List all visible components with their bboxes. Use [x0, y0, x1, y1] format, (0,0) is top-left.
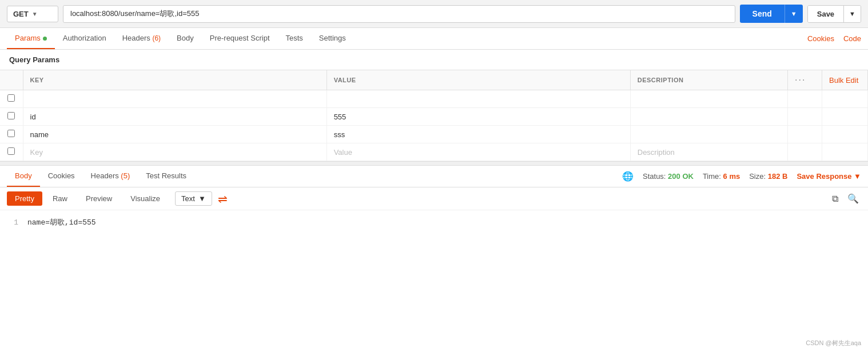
row-key[interactable] [23, 90, 327, 108]
text-format-label: Text [181, 194, 195, 203]
time-value: 6 ms [723, 172, 740, 181]
fmt-tab-preview[interactable]: Preview [78, 191, 120, 206]
row-description[interactable] [630, 126, 787, 143]
text-format-chevron: ▼ [198, 194, 206, 203]
tab-authorization[interactable]: Authorization [55, 28, 114, 49]
row-key[interactable]: id [23, 108, 327, 126]
url-input[interactable] [63, 5, 735, 23]
line-number: 1 [7, 217, 18, 229]
status-label: Status: 200 OK [643, 172, 694, 181]
table-row: name sss [0, 126, 868, 143]
col-check [0, 70, 23, 90]
fmt-tab-raw[interactable]: Raw [45, 191, 75, 206]
bulk-edit-button[interactable]: Bulk Edit [829, 76, 858, 85]
response-tabs-bar: Body Cookies Headers (5) Test Results 🌐 … [0, 166, 868, 187]
tab-tests[interactable]: Tests [278, 28, 311, 49]
row-key-placeholder[interactable]: Key [23, 143, 327, 161]
save-button[interactable]: Save [808, 6, 843, 22]
row-value[interactable]: sss [327, 126, 630, 143]
col-value: VALUE [327, 70, 630, 90]
method-chevron: ▼ [32, 11, 38, 17]
resp-tab-cookies[interactable]: Cookies [40, 166, 83, 187]
tab-authorization-label: Authorization [63, 34, 106, 42]
col-bulk: Bulk Edit [822, 70, 868, 90]
query-params-label: Query Params [0, 50, 868, 70]
tab-settings-label: Settings [319, 34, 346, 42]
col-key: KEY [23, 70, 327, 90]
tab-prerequest[interactable]: Pre-request Script [202, 28, 278, 49]
more-options-button[interactable]: ··· [795, 75, 806, 85]
status-value: 200 OK [668, 172, 694, 181]
top-bar: GET ▼ Send ▼ Save ▼ [0, 0, 868, 28]
params-table: KEY VALUE DESCRIPTION ··· Bulk Edit id 5… [0, 70, 868, 161]
table-row: id 555 [0, 108, 868, 126]
row-value[interactable] [327, 90, 630, 108]
tab-right-links: Cookies Code [807, 34, 861, 43]
tab-tests-label: Tests [286, 34, 303, 42]
request-tabs: Params Authorization Headers (6) Body Pr… [0, 28, 868, 50]
table-row: Key Value Description [0, 143, 868, 161]
cookies-link[interactable]: Cookies [807, 34, 834, 43]
row-checkbox[interactable] [7, 94, 15, 102]
row-checkbox[interactable] [7, 147, 15, 155]
send-button-group: Send ▼ [740, 5, 803, 23]
method-label: GET [13, 10, 29, 18]
code-area: 1 name=胡歌,id=555 [0, 210, 868, 236]
params-dot [43, 37, 47, 41]
tab-body-label: Body [177, 34, 194, 42]
tab-settings[interactable]: Settings [311, 28, 354, 49]
fmt-tab-pretty[interactable]: Pretty [7, 191, 42, 206]
globe-icon: 🌐 [622, 171, 634, 182]
row-key[interactable]: name [23, 126, 327, 143]
tab-headers-label: Headers (6) [122, 34, 161, 42]
method-select[interactable]: GET ▼ [7, 6, 58, 22]
resp-tab-headers[interactable]: Headers (5) [83, 166, 138, 187]
copy-button[interactable]: ⧉ [830, 191, 841, 206]
text-format-select[interactable]: Text ▼ [175, 191, 212, 206]
response-meta: 🌐 Status: 200 OK Time: 6 ms Size: 182 B … [622, 171, 861, 182]
row-description[interactable] [630, 90, 787, 108]
tab-params[interactable]: Params [7, 28, 55, 49]
send-dropdown-button[interactable]: ▼ [785, 5, 803, 23]
col-more: ··· [788, 70, 822, 90]
save-dropdown-button[interactable]: ▼ [843, 6, 861, 22]
col-description: DESCRIPTION [630, 70, 787, 90]
time-label: Time: 6 ms [703, 172, 740, 181]
code-link[interactable]: Code [843, 34, 861, 43]
send-button[interactable]: Send [740, 5, 785, 23]
table-row [0, 90, 868, 108]
format-right-icons: ⧉ 🔍 [830, 191, 861, 206]
tab-body[interactable]: Body [169, 28, 202, 49]
row-description[interactable] [630, 108, 787, 126]
row-value[interactable]: 555 [327, 108, 630, 126]
tab-params-label: Params [15, 34, 41, 42]
size-label: Size: 182 B [749, 172, 787, 181]
response-section: Body Cookies Headers (5) Test Results 🌐 … [0, 166, 868, 236]
resp-tab-body[interactable]: Body [7, 166, 40, 187]
resp-tab-testresults[interactable]: Test Results [138, 166, 194, 187]
tab-headers[interactable]: Headers (6) [114, 28, 169, 49]
row-value-placeholder[interactable]: Value [327, 143, 630, 161]
row-checkbox[interactable] [7, 112, 15, 119]
search-button[interactable]: 🔍 [845, 191, 861, 206]
section-divider [0, 161, 868, 166]
row-checkbox[interactable] [7, 130, 15, 137]
code-content: name=胡歌,id=555 [27, 217, 96, 229]
code-line-1: 1 name=胡歌,id=555 [7, 217, 861, 229]
tab-prerequest-label: Pre-request Script [210, 34, 270, 42]
save-button-group: Save ▼ [807, 5, 861, 23]
save-response-button[interactable]: Save Response ▼ [797, 172, 861, 181]
size-value: 182 B [768, 172, 788, 181]
wrap-icon[interactable]: ⇌ [218, 192, 228, 206]
format-bar: Pretty Raw Preview Visualize Text ▼ ⇌ ⧉ … [0, 187, 868, 210]
fmt-tab-visualize[interactable]: Visualize [122, 191, 168, 206]
row-description-placeholder[interactable]: Description [630, 143, 787, 161]
